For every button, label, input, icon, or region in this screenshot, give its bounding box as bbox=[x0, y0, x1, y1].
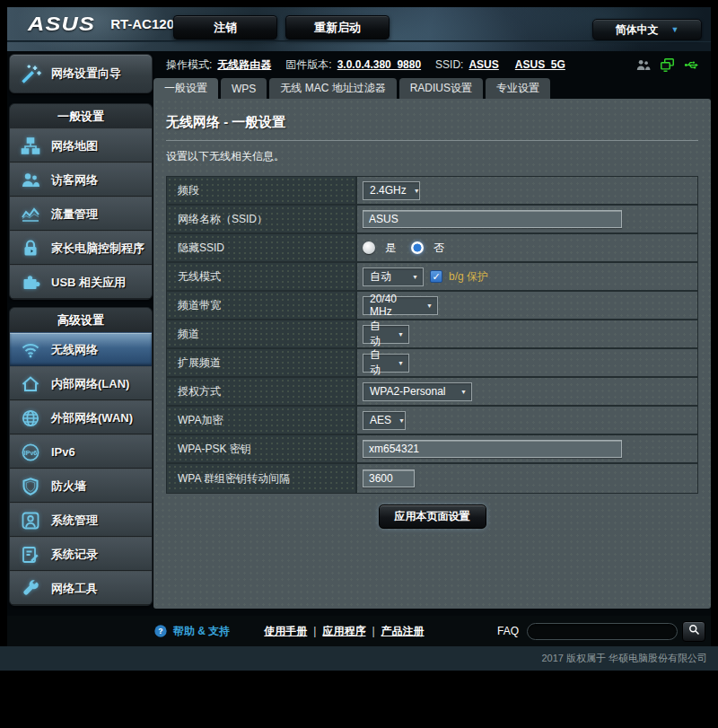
page-description: 设置以下无线相关信息。 bbox=[166, 149, 698, 164]
footer-link-0[interactable]: 使用手册 bbox=[264, 624, 307, 639]
sidebar-item-lan[interactable]: 内部网络(LAN) bbox=[10, 366, 152, 400]
tab-bar: 一般设置WPS无线 MAC 地址过滤器RADIUS设置专业设置 bbox=[153, 78, 550, 99]
svg-text:?: ? bbox=[158, 627, 162, 636]
firmware-label: 固件版本: bbox=[285, 57, 331, 73]
logout-button[interactable]: 注销 bbox=[173, 15, 277, 39]
field-value: 自动▼ bbox=[357, 349, 697, 376]
wpa-encryption-select[interactable]: AES▼ bbox=[363, 411, 406, 430]
op-mode-link[interactable]: 无线路由器 bbox=[217, 57, 271, 73]
svg-text:IPv6: IPv6 bbox=[24, 449, 38, 455]
footer-link-2[interactable]: 产品注册 bbox=[381, 624, 425, 639]
lan-icon bbox=[10, 373, 51, 395]
select-value: 自动 bbox=[370, 269, 391, 285]
sidebar-item-usb-application[interactable]: USB 相关应用 bbox=[10, 265, 152, 299]
faq-search-input[interactable] bbox=[527, 623, 678, 640]
table-row: WPA-PSK 密钥 bbox=[167, 435, 697, 464]
extension-channel-select[interactable]: 自动▼ bbox=[363, 354, 409, 373]
sidebar: 网络设置向导 一般设置网络地图访客网络流量管理家长电脑控制程序USB 相关应用高… bbox=[9, 54, 153, 613]
select-value: 自动 bbox=[370, 347, 390, 378]
router-admin-page: ASUS RT-AC1200 注销 重新启动 简体中文 ▼ 操作模式: 无线路由… bbox=[0, 0, 718, 728]
band-select[interactable]: 2.4GHz▼ bbox=[363, 181, 420, 200]
select-value: WPA2-Personal bbox=[370, 385, 445, 398]
tab-wps[interactable]: WPS bbox=[221, 78, 267, 99]
op-mode-label: 操作模式: bbox=[166, 57, 212, 73]
sidebar-item-wan[interactable]: 外部网络(WAN) bbox=[10, 400, 152, 434]
sidebar-item-network-tools[interactable]: 网络工具 bbox=[10, 571, 152, 605]
firewall-icon bbox=[10, 476, 51, 497]
apply-button[interactable]: 应用本页面设置 bbox=[379, 504, 486, 529]
ssid-input[interactable] bbox=[363, 210, 622, 228]
sidebar-item-system-admin[interactable]: 系统管理 bbox=[10, 503, 152, 537]
chevron-down-icon: ▼ bbox=[414, 188, 420, 194]
tab-general[interactable]: 一般设置 bbox=[153, 78, 218, 99]
sidebar-item-quick-setup-wizard[interactable]: 网络设置向导 bbox=[9, 54, 153, 93]
sidebar-item-wireless[interactable]: 无线网络 bbox=[10, 332, 152, 366]
system-log-icon bbox=[10, 544, 51, 566]
table-row: WPA 群组密钥转动间隔 bbox=[167, 464, 697, 493]
sidebar-item-firewall[interactable]: 防火墙 bbox=[10, 469, 152, 503]
topbar-divider bbox=[7, 40, 711, 42]
auth-method-select[interactable]: WPA2-Personal▼ bbox=[363, 382, 472, 401]
sidebar-item-ipv6[interactable]: IPv6IPv6 bbox=[10, 434, 152, 469]
hide-ssid-radio-0[interactable] bbox=[363, 241, 375, 254]
table-row: 频道自动▼ bbox=[167, 320, 697, 349]
select-value: AES bbox=[370, 414, 391, 426]
sidebar-item-traffic-manager[interactable]: 流量管理 bbox=[10, 197, 152, 231]
usb-status-icon[interactable] bbox=[683, 57, 700, 74]
copyright-bar: 2017 版权属于 华硕电脑股份有限公司 bbox=[0, 646, 718, 671]
model-name: RT-AC1200 bbox=[110, 16, 181, 31]
tab-professional[interactable]: 专业设置 bbox=[486, 78, 550, 99]
lan-status-icon[interactable] bbox=[659, 57, 676, 74]
link-separator: | bbox=[313, 625, 316, 637]
field-value: 自动▼✓b/g 保护 bbox=[357, 263, 697, 290]
faq-search-button[interactable] bbox=[682, 621, 705, 642]
sidebar-item-label: 无线网络 bbox=[51, 342, 98, 358]
sidebar-section: 高级设置无线网络内部网络(LAN)外部网络(WAN)IPv6IPv6防火墙系统管… bbox=[9, 307, 153, 606]
table-row: 频段2.4GHz▼ bbox=[167, 177, 697, 206]
tab-radius[interactable]: RADIUS设置 bbox=[399, 78, 483, 99]
help-support-link[interactable]: ? 帮助 & 支持 bbox=[153, 624, 230, 639]
wireless-mode-select[interactable]: 自动▼ bbox=[363, 268, 424, 286]
table-row: 授权方式WPA2-Personal▼ bbox=[167, 378, 697, 407]
field-label: 授权方式 bbox=[167, 378, 357, 405]
sidebar-item-network-map[interactable]: 网络地图 bbox=[10, 128, 152, 162]
clients-icon[interactable] bbox=[635, 57, 652, 74]
status-icons bbox=[635, 51, 700, 78]
asus-logo: ASUS bbox=[28, 13, 95, 36]
field-value: 自动▼ bbox=[357, 320, 697, 347]
tab-mac-filter[interactable]: 无线 MAC 地址过滤器 bbox=[269, 78, 396, 99]
footer-link-1[interactable]: 应用程序 bbox=[322, 624, 365, 639]
sidebar-item-label: 内部网络(LAN) bbox=[51, 376, 129, 392]
reboot-button[interactable]: 重新启动 bbox=[285, 15, 390, 39]
field-label: 频道 bbox=[167, 320, 357, 347]
sidebar-item-guest-network[interactable]: 访客网络 bbox=[10, 162, 152, 197]
select-value: 20/40 MHz bbox=[370, 293, 419, 318]
sidebar-item-parental-control[interactable]: 家长电脑控制程序 bbox=[10, 231, 152, 265]
chevron-down-icon: ▼ bbox=[398, 331, 404, 338]
wpa-psk-key-input[interactable] bbox=[363, 440, 622, 458]
system-admin-icon bbox=[10, 510, 51, 531]
ssid-2g-link[interactable]: ASUS bbox=[468, 58, 498, 71]
field-value: 2.4GHz▼ bbox=[357, 177, 697, 204]
top-bar: ASUS RT-AC1200 注销 重新启动 简体中文 ▼ bbox=[7, 7, 711, 51]
channel-select[interactable]: 自动▼ bbox=[363, 325, 409, 344]
ssid-5g-link[interactable]: ASUS_5G bbox=[515, 58, 565, 71]
hide-ssid-radio-1[interactable] bbox=[411, 241, 424, 254]
wireless-mode-protection-checkbox[interactable]: ✓ bbox=[430, 270, 442, 283]
sidebar-item-label: 系统管理 bbox=[51, 513, 98, 529]
channel-bandwidth-select[interactable]: 20/40 MHz▼ bbox=[363, 296, 438, 315]
field-label: 扩展频道 bbox=[167, 349, 357, 376]
wizard-wand-icon bbox=[10, 62, 51, 86]
sidebar-item-system-log[interactable]: 系统记录 bbox=[10, 537, 152, 571]
wpa-rekey-interval-input[interactable] bbox=[363, 469, 415, 487]
wireless-icon bbox=[10, 339, 51, 361]
field-label: 网络名称（SSID） bbox=[167, 206, 357, 232]
firmware-link[interactable]: 3.0.0.4.380_9880 bbox=[337, 58, 421, 71]
chevron-down-icon: ▼ bbox=[398, 360, 404, 366]
radio-label: 否 bbox=[433, 241, 444, 256]
field-label: WPA-PSK 密钥 bbox=[167, 435, 357, 462]
footer-links: 使用手册|应用程序|产品注册 bbox=[264, 624, 497, 639]
sidebar-item-label: 访客网络 bbox=[51, 172, 98, 189]
sidebar-section-header: 高级设置 bbox=[10, 308, 152, 332]
language-select[interactable]: 简体中文 ▼ bbox=[592, 19, 702, 40]
